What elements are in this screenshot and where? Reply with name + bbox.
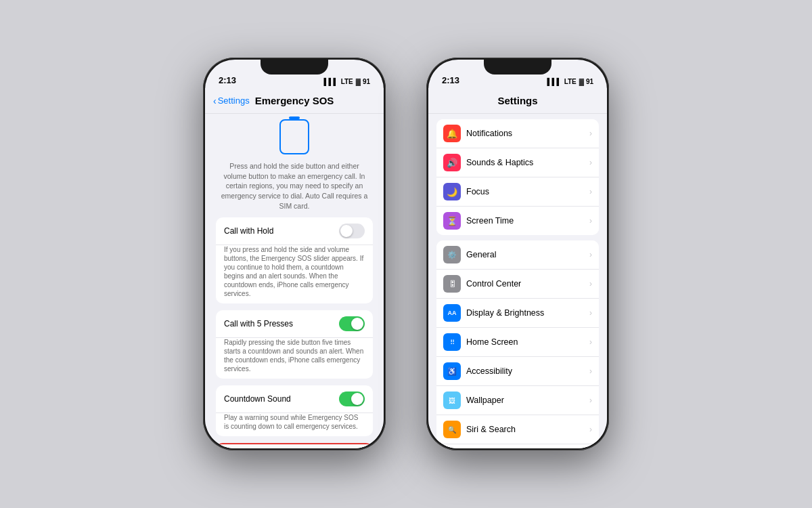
call-hold-knob <box>340 225 353 237</box>
list-item-general[interactable]: ⚙️ General › <box>436 240 599 270</box>
back-chevron-left: ‹ <box>213 96 217 106</box>
status-icons-left: ▌▌▌ LTE ▓ 91 <box>323 78 370 85</box>
call-5presses-label: Call with 5 Presses <box>224 319 293 329</box>
crash-detection-header: CRASH DETECTION <box>217 444 371 448</box>
back-label-left[interactable]: Settings <box>218 96 250 106</box>
settings-list-content: 🔔 Notifications › 🔊 Sounds & Haptics › 🌙 <box>428 114 607 448</box>
siri-icon: 🔍 <box>443 421 461 438</box>
homescreen-label: Home Screen <box>466 337 589 347</box>
call-hold-toggle[interactable] <box>339 224 365 238</box>
accessibility-icon: ♿ <box>443 362 461 380</box>
list-item-accessibility[interactable]: ♿ Accessibility › <box>436 357 599 386</box>
status-time-right: 2:13 <box>442 75 459 85</box>
sos-description: Press and hold the side button and eithe… <box>216 161 373 211</box>
sounds-icon: 🔊 <box>443 154 461 171</box>
sounds-label: Sounds & Haptics <box>466 158 589 167</box>
siri-chevron: › <box>589 425 592 434</box>
notifications-icon: 🔔 <box>443 125 461 142</box>
back-button-left[interactable]: ‹ Settings <box>213 96 250 106</box>
wallpaper-chevron: › <box>589 396 592 405</box>
list-item-controlcenter[interactable]: 🎛 Control Center › <box>436 270 599 299</box>
accessibility-chevron: › <box>589 366 592 376</box>
focus-label: Focus <box>466 187 589 196</box>
call-5presses-group: Call with 5 Presses Rapidly pressing the… <box>216 310 373 379</box>
signal-icon-left: ▌▌▌ <box>323 78 338 85</box>
call-5presses-desc: Rapidly pressing the side button five ti… <box>216 338 373 379</box>
phone-right: 2:13 ▌▌▌ LTE ▓ 91 Settings 🔔 Notificatio… <box>426 58 609 450</box>
status-time-left: 2:13 <box>219 75 236 85</box>
settings-nav-bar: Settings <box>428 88 607 114</box>
sos-screen-content: Press and hold the side button and eithe… <box>205 114 384 448</box>
call-5presses-row[interactable]: Call with 5 Presses <box>216 310 373 338</box>
wallpaper-label: Wallpaper <box>466 396 589 405</box>
status-icons-right: ▌▌▌ LTE ▓ 91 <box>547 78 593 85</box>
call-hold-desc: If you press and hold the side and volum… <box>216 245 373 303</box>
phone-left: 2:13 ▌▌▌ LTE ▓ 91 ‹ Settings Emergency S… <box>203 58 386 450</box>
call-hold-label: Call with Hold <box>224 226 273 236</box>
general-chevron: › <box>589 250 592 259</box>
focus-icon: 🌙 <box>443 183 461 200</box>
sounds-chevron: › <box>589 158 592 167</box>
controlcenter-label: Control Center <box>466 279 589 289</box>
homescreen-icon: ⠿ <box>443 333 461 351</box>
display-label: Display & Brightness <box>466 308 589 318</box>
screentime-chevron: › <box>589 216 592 226</box>
countdown-sound-desc: Play a warning sound while Emergency SOS… <box>216 413 373 436</box>
countdown-sound-toggle[interactable] <box>339 391 365 406</box>
list-item-focus[interactable]: 🌙 Focus › <box>436 177 599 207</box>
countdown-sound-group: Countdown Sound Play a warning sound whi… <box>216 385 373 436</box>
general-icon: ⚙️ <box>443 246 461 263</box>
settings-nav-title: Settings <box>497 95 537 106</box>
controlcenter-chevron: › <box>589 279 592 289</box>
list-item-sounds[interactable]: 🔊 Sounds & Haptics › <box>436 148 599 177</box>
signal-icon-right: ▌▌▌ <box>547 78 561 85</box>
countdown-sound-row[interactable]: Countdown Sound <box>216 385 373 413</box>
list-item-siri[interactable]: 🔍 Siri & Search › <box>436 415 599 444</box>
list-item-display[interactable]: AA Display & Brightness › <box>436 299 599 328</box>
countdown-sound-label: Countdown Sound <box>224 394 291 404</box>
network-icon-right: LTE <box>564 78 577 85</box>
notch-left <box>261 60 328 75</box>
focus-chevron: › <box>589 187 592 196</box>
wallpaper-icon: 🖼 <box>443 391 461 409</box>
nav-title-left: Emergency SOS <box>255 95 334 106</box>
general-label: General <box>466 250 589 259</box>
notch-right <box>484 60 551 75</box>
list-item-homescreen[interactable]: ⠿ Home Screen › <box>436 328 599 357</box>
accessibility-label: Accessibility <box>466 366 589 376</box>
phone-diagram <box>216 119 373 154</box>
call-5presses-knob <box>351 318 363 330</box>
controlcenter-icon: 🎛 <box>443 275 461 293</box>
call-hold-group: Call with Hold If you press and hold the… <box>216 217 373 303</box>
settings-group-1: 🔔 Notifications › 🔊 Sounds & Haptics › 🌙 <box>436 119 599 235</box>
display-icon: AA <box>443 304 461 322</box>
screentime-label: Screen Time <box>466 216 589 226</box>
screentime-icon: ⏳ <box>443 212 461 230</box>
crash-detection-group: CRASH DETECTION Call After Severe Crash … <box>216 443 373 448</box>
network-icon-left: LTE <box>341 78 353 85</box>
call-hold-row[interactable]: Call with Hold <box>216 217 373 245</box>
nav-bar-left: ‹ Settings Emergency SOS <box>205 88 384 114</box>
settings-group-2: ⚙️ General › 🎛 Control Center › AA <box>436 240 599 448</box>
battery-icon-left: ▓ 91 <box>356 78 370 85</box>
siri-label: Siri & Search <box>466 425 589 434</box>
list-item-wallpaper[interactable]: 🖼 Wallpaper › <box>436 386 599 415</box>
homescreen-chevron: › <box>589 337 592 347</box>
list-item-screentime[interactable]: ⏳ Screen Time › <box>436 207 599 235</box>
battery-icon-right: ▓ 91 <box>579 78 593 85</box>
phone-diagram-inner <box>279 119 309 154</box>
list-item-notifications[interactable]: 🔔 Notifications › <box>436 119 599 148</box>
call-5presses-toggle[interactable] <box>339 316 365 331</box>
notifications-label: Notifications <box>466 129 589 138</box>
countdown-sound-knob <box>351 393 363 405</box>
display-chevron: › <box>589 308 592 318</box>
list-item-faceid[interactable]: 👤 Face ID & Passcode › <box>436 444 599 448</box>
notifications-chevron: › <box>589 129 592 138</box>
